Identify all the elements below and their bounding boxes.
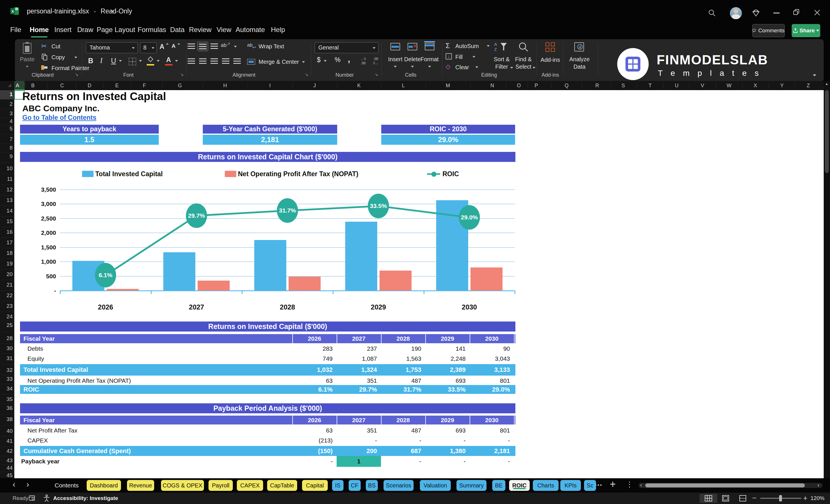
table-cell-value[interactable]: 749: [294, 354, 332, 364]
row-header-45[interactable]: 45: [0, 471, 12, 479]
column-header-I[interactable]: I: [264, 81, 276, 90]
year-header-cell[interactable]: 2028: [381, 416, 425, 424]
italic-button[interactable]: I: [100, 57, 102, 65]
table-row-label[interactable]: Cumulative Cash Generated (Spent): [24, 446, 131, 456]
column-header-X[interactable]: X: [749, 81, 762, 90]
row-header-8[interactable]: 8: [0, 144, 12, 152]
sheet-tab-scenarios[interactable]: Scenarios: [384, 480, 414, 491]
merge-center-button[interactable]: Merge & Center: [247, 58, 307, 67]
row-header-19[interactable]: 19: [0, 260, 12, 268]
row-header-10[interactable]: 10: [0, 164, 12, 172]
currency-button[interactable]: $: [317, 56, 321, 64]
row-header-21[interactable]: 21: [0, 281, 12, 289]
align-left-button[interactable]: [188, 58, 195, 64]
tab-nav-right-icon[interactable]: ›: [26, 479, 29, 489]
sheet-tab-captable[interactable]: CapTable: [267, 480, 297, 491]
fill-color-button[interactable]: [147, 57, 155, 67]
row-header-15[interactable]: 15: [0, 217, 12, 225]
row-header-34[interactable]: 34: [0, 385, 12, 393]
table-cell-value[interactable]: 3,133: [471, 364, 510, 376]
row-header-43[interactable]: 43: [0, 456, 12, 465]
column-header-F[interactable]: F: [138, 81, 151, 90]
row-header-28[interactable]: 28: [0, 335, 12, 342]
row-header-13[interactable]: 13: [0, 196, 12, 204]
font-dialog-launcher[interactable]: ↘: [180, 72, 184, 77]
table-cell-value[interactable]: 1,324: [338, 364, 377, 376]
column-header-B[interactable]: B: [27, 81, 39, 90]
row-header-14[interactable]: 14: [0, 207, 12, 215]
table-cell-value[interactable]: 33.5%: [427, 385, 466, 394]
table-row-label[interactable]: Debts: [28, 344, 43, 353]
select-all-corner[interactable]: ◢: [8, 83, 11, 87]
row-header-3[interactable]: 3: [0, 109, 12, 118]
column-header-W[interactable]: W: [723, 81, 735, 90]
sheet-tab-capex[interactable]: CAPEX: [237, 480, 263, 491]
row-header-30[interactable]: 30: [0, 344, 12, 352]
autosum-button[interactable]: Σ AutoSum: [446, 42, 491, 51]
column-header-L[interactable]: L: [397, 81, 410, 90]
column-header-Y[interactable]: Y: [776, 81, 788, 90]
table-cell-value[interactable]: 687: [383, 446, 421, 456]
analyze-data-button[interactable]: Analyze Data: [566, 42, 593, 73]
zoom-in-button[interactable]: +: [803, 493, 807, 504]
table-row-label[interactable]: CAPEX: [28, 436, 48, 445]
year-header-cell[interactable]: 2027: [337, 334, 381, 343]
restore-button[interactable]: [793, 9, 800, 15]
table-cell-value[interactable]: 2,181: [471, 446, 510, 456]
underline-chevron-icon[interactable]: [119, 60, 122, 62]
sheet-tab-charts[interactable]: Charts: [533, 480, 558, 491]
font-family-select[interactable]: Tahoma: [86, 42, 138, 53]
borders-button[interactable]: [129, 58, 136, 65]
column-header-R[interactable]: R: [591, 81, 604, 90]
table-cell-value[interactable]: 200: [338, 446, 377, 456]
tab-more-button[interactable]: •••: [595, 482, 603, 488]
column-header-Q[interactable]: Q: [560, 81, 573, 90]
table-cell-value[interactable]: 1,753: [383, 364, 421, 376]
table-cell-value[interactable]: 693: [427, 376, 466, 385]
table-cell-value[interactable]: 693: [427, 426, 466, 435]
row-header-42[interactable]: 42: [0, 447, 12, 455]
table-cell-value[interactable]: (213): [294, 436, 332, 445]
insert-cells-button[interactable]: Insert: [386, 42, 405, 70]
row-header-25[interactable]: 25: [0, 321, 12, 329]
table-cell-value[interactable]: 283: [294, 344, 332, 353]
table-cell-value[interactable]: -: [338, 436, 377, 445]
year-header-cell[interactable]: 2028: [381, 334, 425, 343]
table-cell-value[interactable]: 1,380: [427, 446, 466, 456]
table-cell-value[interactable]: 351: [338, 376, 377, 385]
increase-indent-button[interactable]: [233, 58, 241, 64]
fill-color-chevron-icon[interactable]: [157, 60, 160, 62]
table-cell-value[interactable]: 3,043: [471, 354, 510, 364]
table-cell-value[interactable]: -: [427, 436, 466, 445]
tab-overflow-menu[interactable]: ⋮: [626, 480, 633, 489]
page-layout-view-icon[interactable]: [722, 495, 729, 502]
column-header-C[interactable]: C: [56, 81, 68, 90]
sheet-tab-valuation[interactable]: Valuation: [420, 480, 451, 491]
row-header-1[interactable]: 1: [0, 90, 12, 98]
sheet-tab-summary[interactable]: Summary: [456, 480, 486, 491]
table-row-label[interactable]: ROIC: [24, 385, 39, 394]
row-header-7[interactable]: 7: [0, 135, 12, 143]
column-header-H[interactable]: H: [219, 81, 231, 90]
align-top-button[interactable]: [188, 43, 195, 49]
column-header-V[interactable]: V: [696, 81, 709, 90]
sheet-tab-is[interactable]: IS: [332, 480, 344, 491]
table-cell-value[interactable]: 31.7%: [383, 385, 421, 394]
number-format-select[interactable]: General: [315, 42, 379, 53]
table-cell-value[interactable]: 1: [337, 457, 381, 466]
column-header-K[interactable]: K: [353, 81, 365, 90]
table-cell-value[interactable]: 801: [471, 376, 510, 385]
table-cell-value[interactable]: 487: [383, 426, 421, 435]
row-header-24[interactable]: 24: [0, 313, 12, 321]
table-cell-value[interactable]: 190: [383, 344, 421, 353]
sheet-tab-cf[interactable]: CF: [349, 480, 361, 491]
row-header-18[interactable]: 18: [0, 249, 12, 257]
column-header-S[interactable]: S: [617, 81, 630, 90]
minimize-button[interactable]: [773, 12, 780, 13]
add-sheet-button[interactable]: +: [610, 478, 616, 490]
sheet-tab-cogs-opex[interactable]: COGS & OPEX: [161, 480, 204, 491]
increase-decimal-button[interactable]: ←0 .00: [357, 57, 369, 67]
menu-page-layout[interactable]: Page Layout: [97, 23, 134, 37]
row-header-32[interactable]: 32: [0, 366, 12, 374]
year-header-cell[interactable]: 2030: [470, 334, 514, 343]
